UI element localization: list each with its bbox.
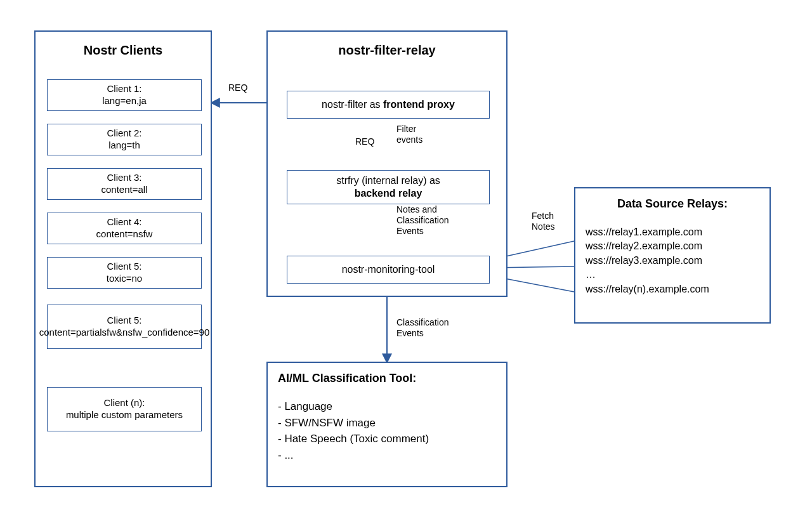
class-events-label: Classification Events (396, 317, 449, 339)
backend-relay-box: strfry (internal relay) asbackend relay (287, 170, 490, 204)
client-item-2: Client 2: lang=th (47, 124, 202, 155)
client-item-6: Client 5: content=partialsfw&nsfw_confid… (47, 305, 202, 349)
data-source-relays-box: Data Source Relays: wss://relay1.example… (574, 187, 771, 324)
filter-events-label: Filter events (396, 124, 422, 145)
nostr-clients-group: Nostr Clients Client 1: lang=en,jaClient… (34, 30, 212, 487)
data-source-title: Data Source Relays: (575, 197, 769, 211)
frontend-proxy-text: nostr-filter as frontend proxy (322, 98, 455, 111)
backend-relay-text: strfry (internal relay) asbackend relay (336, 174, 440, 200)
filter-relay-title: nostr-filter-relay (268, 43, 506, 58)
req-label-2: REQ (355, 136, 374, 147)
nostr-clients-title: Nostr Clients (36, 43, 211, 58)
monitoring-tool-box: nostr-monitoring-tool (287, 256, 490, 284)
client-item-3: Client 3: content=all (47, 168, 202, 200)
aiml-list: - Language - SFW/NSFW image - Hate Speec… (278, 398, 429, 463)
client-item-7: Client (n): multiple custom parameters (47, 387, 202, 431)
data-source-list: wss://relay1.example.com wss://relay2.ex… (586, 225, 709, 296)
req-label-1: REQ (228, 82, 247, 93)
aiml-box: AI/ML Classification Tool: - Language - … (266, 362, 508, 487)
client-item-5: Client 5: toxic=no (47, 257, 202, 289)
monitoring-tool-text: nostr-monitoring-tool (342, 263, 435, 276)
frontend-proxy-box: nostr-filter as frontend proxy (287, 91, 490, 119)
filter-relay-group: nostr-filter-relay nostr-filter as front… (266, 30, 508, 297)
fetch-notes-label: Fetch Notes (532, 211, 555, 232)
client-item-4: Client 4: content=nsfw (47, 213, 202, 244)
aiml-title: AI/ML Classification Tool: (278, 372, 416, 385)
client-item-1: Client 1: lang=en,ja (47, 79, 202, 111)
notes-class-label: Notes and Classification Events (396, 204, 449, 236)
